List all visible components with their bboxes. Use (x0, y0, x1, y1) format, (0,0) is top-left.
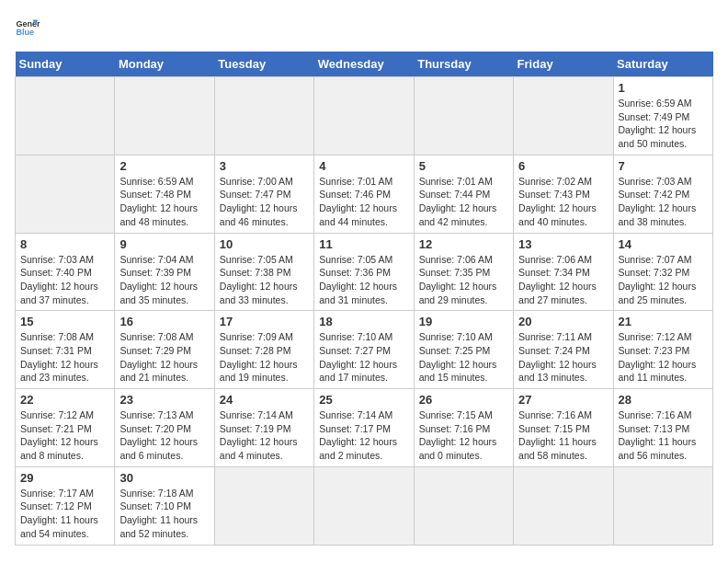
calendar-cell (514, 466, 613, 545)
day-number: 2 (119, 159, 209, 173)
day-info: Sunrise: 7:05 AM Sunset: 7:38 PM Dayligh… (220, 253, 309, 307)
day-info: Sunrise: 7:15 AM Sunset: 7:16 PM Dayligh… (419, 408, 508, 463)
calendar-cell (514, 77, 613, 155)
calendar-cell: 5Sunrise: 7:01 AM Sunset: 7:44 PM Daylig… (414, 155, 513, 233)
day-number: 28 (619, 393, 708, 407)
day-info: Sunrise: 7:07 AM Sunset: 7:32 PM Dayligh… (619, 253, 708, 307)
calendar-cell (613, 466, 712, 545)
day-info: Sunrise: 6:59 AM Sunset: 7:49 PM Dayligh… (619, 97, 708, 151)
calendar-cell: 24Sunrise: 7:14 AM Sunset: 7:19 PM Dayli… (214, 389, 313, 467)
day-info: Sunrise: 7:05 AM Sunset: 7:36 PM Dayligh… (319, 253, 408, 307)
calendar-week-0: 1Sunrise: 6:59 AM Sunset: 7:49 PM Daylig… (16, 77, 713, 155)
calendar-cell: 7Sunrise: 7:03 AM Sunset: 7:42 PM Daylig… (613, 155, 712, 233)
column-header-sunday: Sunday (16, 52, 115, 77)
day-info: Sunrise: 7:06 AM Sunset: 7:34 PM Dayligh… (518, 253, 608, 307)
day-info: Sunrise: 7:10 AM Sunset: 7:27 PM Dayligh… (319, 330, 408, 385)
day-info: Sunrise: 7:01 AM Sunset: 7:46 PM Dayligh… (319, 175, 408, 229)
day-info: Sunrise: 7:08 AM Sunset: 7:31 PM Dayligh… (20, 330, 109, 385)
day-number: 3 (220, 159, 309, 173)
calendar-cell: 15Sunrise: 7:08 AM Sunset: 7:31 PM Dayli… (16, 311, 115, 389)
calendar-cell: 3Sunrise: 7:00 AM Sunset: 7:47 PM Daylig… (214, 155, 313, 233)
calendar-cell: 16Sunrise: 7:08 AM Sunset: 7:29 PM Dayli… (115, 311, 214, 389)
calendar-cell: 29Sunrise: 7:17 AM Sunset: 7:12 PM Dayli… (16, 466, 115, 545)
day-number: 18 (319, 315, 408, 328)
day-info: Sunrise: 7:08 AM Sunset: 7:29 PM Dayligh… (119, 330, 209, 385)
day-number: 26 (419, 393, 508, 407)
calendar-cell: 28Sunrise: 7:16 AM Sunset: 7:13 PM Dayli… (613, 389, 712, 467)
calendar-cell: 8Sunrise: 7:03 AM Sunset: 7:40 PM Daylig… (16, 233, 115, 311)
column-header-monday: Monday (115, 52, 214, 77)
day-info: Sunrise: 7:09 AM Sunset: 7:28 PM Dayligh… (220, 330, 309, 385)
day-info: Sunrise: 7:12 AM Sunset: 7:23 PM Dayligh… (619, 330, 708, 385)
column-header-thursday: Thursday (414, 52, 513, 77)
day-number: 24 (220, 393, 309, 407)
day-info: Sunrise: 7:11 AM Sunset: 7:24 PM Dayligh… (518, 330, 608, 385)
calendar-cell: 18Sunrise: 7:10 AM Sunset: 7:27 PM Dayli… (314, 311, 414, 389)
day-info: Sunrise: 7:18 AM Sunset: 7:10 PM Dayligh… (119, 487, 209, 541)
day-number: 10 (220, 237, 309, 251)
calendar-cell: 21Sunrise: 7:12 AM Sunset: 7:23 PM Dayli… (613, 311, 712, 389)
day-info: Sunrise: 7:10 AM Sunset: 7:25 PM Dayligh… (419, 330, 508, 385)
day-number: 7 (619, 159, 708, 173)
calendar-cell (314, 466, 414, 545)
calendar-cell: 26Sunrise: 7:15 AM Sunset: 7:16 PM Dayli… (414, 389, 513, 467)
calendar-cell: 19Sunrise: 7:10 AM Sunset: 7:25 PM Dayli… (414, 311, 513, 389)
calendar-cell: 11Sunrise: 7:05 AM Sunset: 7:36 PM Dayli… (314, 233, 414, 311)
column-header-saturday: Saturday (613, 52, 712, 77)
day-info: Sunrise: 7:06 AM Sunset: 7:35 PM Dayligh… (419, 253, 508, 307)
day-number: 13 (518, 237, 608, 251)
day-number: 1 (619, 81, 708, 95)
calendar-cell: 22Sunrise: 7:12 AM Sunset: 7:21 PM Dayli… (16, 389, 115, 467)
day-info: Sunrise: 7:12 AM Sunset: 7:21 PM Dayligh… (20, 408, 109, 463)
calendar-week-1: 2Sunrise: 6:59 AM Sunset: 7:48 PM Daylig… (16, 155, 713, 233)
day-number: 9 (119, 237, 209, 251)
calendar-cell: 23Sunrise: 7:13 AM Sunset: 7:20 PM Dayli… (115, 389, 214, 467)
calendar-cell (115, 77, 214, 155)
day-number: 25 (319, 393, 408, 407)
calendar-cell: 2Sunrise: 6:59 AM Sunset: 7:48 PM Daylig… (115, 155, 214, 233)
calendar-cell: 10Sunrise: 7:05 AM Sunset: 7:38 PM Dayli… (214, 233, 313, 311)
logo-icon: General Blue (15, 15, 40, 40)
calendar-cell: 9Sunrise: 7:04 AM Sunset: 7:39 PM Daylig… (115, 233, 214, 311)
calendar-week-4: 22Sunrise: 7:12 AM Sunset: 7:21 PM Dayli… (16, 389, 713, 467)
calendar-cell: 25Sunrise: 7:14 AM Sunset: 7:17 PM Dayli… (314, 389, 414, 467)
day-number: 29 (20, 471, 109, 485)
calendar-cell: 13Sunrise: 7:06 AM Sunset: 7:34 PM Dayli… (514, 233, 613, 311)
day-number: 20 (518, 315, 608, 328)
calendar-cell (214, 466, 313, 545)
day-number: 30 (119, 471, 209, 485)
calendar-cell (414, 466, 513, 545)
calendar-cell: 6Sunrise: 7:02 AM Sunset: 7:43 PM Daylig… (514, 155, 613, 233)
calendar-cell: 20Sunrise: 7:11 AM Sunset: 7:24 PM Dayli… (514, 311, 613, 389)
day-info: Sunrise: 7:02 AM Sunset: 7:43 PM Dayligh… (518, 175, 608, 229)
calendar-cell: 4Sunrise: 7:01 AM Sunset: 7:46 PM Daylig… (314, 155, 414, 233)
day-number: 15 (20, 315, 109, 328)
day-number: 19 (419, 315, 508, 328)
calendar-cell: 17Sunrise: 7:09 AM Sunset: 7:28 PM Dayli… (214, 311, 313, 389)
calendar-cell: 1Sunrise: 6:59 AM Sunset: 7:49 PM Daylig… (613, 77, 712, 155)
day-info: Sunrise: 7:14 AM Sunset: 7:19 PM Dayligh… (220, 408, 309, 463)
column-header-tuesday: Tuesday (214, 52, 313, 77)
day-number: 4 (319, 159, 408, 173)
calendar-cell (16, 77, 115, 155)
column-header-friday: Friday (514, 52, 613, 77)
day-info: Sunrise: 6:59 AM Sunset: 7:48 PM Dayligh… (119, 175, 209, 229)
calendar-cell: 12Sunrise: 7:06 AM Sunset: 7:35 PM Dayli… (414, 233, 513, 311)
calendar-week-2: 8Sunrise: 7:03 AM Sunset: 7:40 PM Daylig… (16, 233, 713, 311)
column-header-wednesday: Wednesday (314, 52, 414, 77)
calendar-cell: 27Sunrise: 7:16 AM Sunset: 7:15 PM Dayli… (514, 389, 613, 467)
day-info: Sunrise: 7:13 AM Sunset: 7:20 PM Dayligh… (119, 408, 209, 463)
day-info: Sunrise: 7:03 AM Sunset: 7:42 PM Dayligh… (619, 175, 708, 229)
logo: General Blue (15, 15, 44, 40)
calendar-cell (16, 155, 115, 233)
day-info: Sunrise: 7:03 AM Sunset: 7:40 PM Dayligh… (20, 253, 109, 307)
day-info: Sunrise: 7:14 AM Sunset: 7:17 PM Dayligh… (319, 408, 408, 463)
day-number: 14 (619, 237, 708, 251)
calendar-cell (414, 77, 513, 155)
day-number: 11 (319, 237, 408, 251)
day-number: 27 (518, 393, 608, 407)
svg-text:Blue: Blue (16, 28, 34, 37)
day-number: 12 (419, 237, 508, 251)
calendar-cell: 30Sunrise: 7:18 AM Sunset: 7:10 PM Dayli… (115, 466, 214, 545)
day-number: 16 (119, 315, 209, 328)
